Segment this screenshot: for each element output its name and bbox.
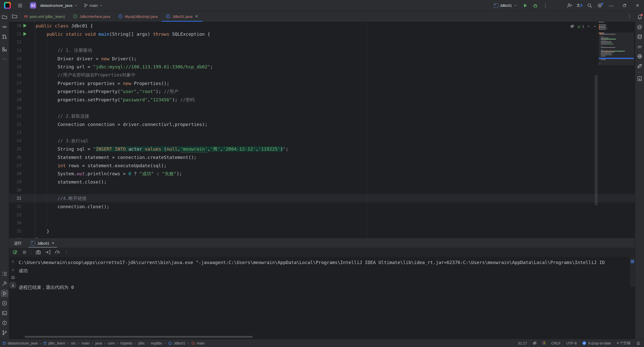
code-line-20[interactable]: 20: [9, 104, 635, 112]
profiler-button[interactable]: [55, 249, 60, 255]
scroll-to-end-button[interactable]: [10, 282, 16, 288]
close-icon[interactable]: ✕: [51, 241, 55, 245]
run-gutter-icon[interactable]: [21, 22, 35, 30]
highlighting-eye-off-icon[interactable]: [570, 24, 574, 28]
code-line-10[interactable]: 10public class Jdbc01 {: [9, 22, 635, 30]
window-minimize-button[interactable]: —: [605, 0, 618, 11]
highlighting-level-icon[interactable]: [533, 341, 537, 345]
translate-button[interactable]: 文A: [575, 1, 585, 10]
caret-position[interactable]: 31:17: [518, 341, 527, 345]
database-tool-button[interactable]: [636, 33, 643, 40]
tab-options-button[interactable]: ⋮: [624, 11, 635, 22]
code-line-25[interactable]: 25 String sql = "INSERT INTO actor value…: [9, 145, 635, 153]
code-editor[interactable]: 10public class Jdbc01 {11 public static …: [9, 22, 635, 238]
code-line-34[interactable]: 34: [9, 219, 635, 227]
indent-indicator[interactable]: 4 个空格: [617, 341, 631, 345]
breadcrumb-item-src[interactable]: src: [71, 341, 76, 345]
branch-selector[interactable]: main: [82, 2, 105, 9]
google-translate-icon[interactable]: G: [542, 341, 546, 346]
build-tool-button[interactable]: [1, 280, 8, 287]
code-line-16[interactable]: 16 //用户名密码放在Properties对象中: [9, 71, 635, 79]
console-output[interactable]: C:\Users\meowrain\scoop\apps\corretto17-…: [17, 257, 635, 339]
editor-vertical-scrollbar[interactable]: [595, 75, 598, 205]
code-line-11[interactable]: 11 public static void main(String[] args…: [9, 30, 635, 38]
code-with-me-button[interactable]: [565, 1, 575, 10]
git-tool-button[interactable]: [1, 329, 8, 336]
code-line-12[interactable]: 12: [9, 38, 635, 46]
thread-dump-button[interactable]: [35, 249, 41, 255]
breadcrumb-item-java[interactable]: java: [95, 341, 102, 345]
window-restore-button[interactable]: [618, 0, 631, 11]
code-line-36[interactable]: 36}: [9, 235, 635, 238]
breadcrumb-item-datastructure_java[interactable]: datastructure_java: [3, 341, 37, 345]
line-separator-indicator[interactable]: CRLF: [551, 341, 561, 345]
breadcrumb-item-myjdbc[interactable]: myjdbc: [151, 341, 162, 345]
spring-tool-button[interactable]: [636, 62, 643, 70]
minimap-viewport[interactable]: [599, 32, 634, 65]
code-line-30[interactable]: 30: [9, 186, 635, 194]
breadcrumb-item-jdbc_learn[interactable]: jdbc_learn: [43, 341, 65, 345]
window-close-button[interactable]: ✕: [631, 0, 644, 11]
project-tool-button[interactable]: [1, 13, 8, 21]
ai-assistant-button[interactable]: @: [636, 23, 643, 31]
run-tool-button[interactable]: [1, 290, 8, 297]
code-line-32[interactable]: 32 connection.close();: [9, 202, 635, 211]
console-horizontal-scrollbar[interactable]: [25, 336, 253, 338]
settings-button[interactable]: [595, 1, 605, 10]
code-line-18[interactable]: 18 properties.setProperty("user","root")…: [9, 88, 635, 96]
breadcrumb-item-jdbc[interactable]: jdbc: [138, 341, 145, 345]
problems-tool-button[interactable]: [1, 319, 8, 327]
select-in-project-button[interactable]: [9, 11, 20, 22]
console-scrollbar-thumb[interactable]: [631, 260, 634, 263]
run-configuration-selector[interactable]: Jdbc01: [492, 2, 519, 9]
editor-tab-mysqljdbcimpl-java[interactable]: CMysqlJdbcImpl.java: [114, 11, 162, 22]
breadcrumb-item-main[interactable]: main: [82, 341, 90, 345]
dictionary-tool-button[interactable]: [636, 75, 643, 82]
code-line-13[interactable]: 13 // 1. 注册驱动: [9, 46, 635, 55]
code-line-15[interactable]: 15 String url = "jdbc:mysql://100.113.19…: [9, 63, 635, 71]
soft-wrap-button[interactable]: [10, 274, 16, 280]
code-line-24[interactable]: 24 // 3.执行sql: [9, 137, 635, 145]
stop-button[interactable]: [22, 249, 27, 255]
project-selector[interactable]: datastructure_java: [38, 2, 80, 9]
code-line-27[interactable]: 27 int rows = statement.executeUpdate(sq…: [9, 161, 635, 170]
code-line-26[interactable]: 26 Statement statement = connection.crea…: [9, 153, 635, 161]
run-gutter-icon[interactable]: [21, 30, 35, 38]
more-actions-button[interactable]: ⋮: [540, 1, 550, 10]
prev-problem-chevron-icon[interactable]: [587, 24, 590, 28]
terminal-tool-button[interactable]: [1, 309, 8, 317]
attach-process-button[interactable]: [45, 249, 51, 255]
todo-tool-button[interactable]: [1, 270, 8, 278]
endpoints-tool-button[interactable]: [636, 53, 643, 60]
more-vert-icon[interactable]: ⋮: [64, 250, 69, 254]
maven-tool-button[interactable]: m: [636, 43, 643, 50]
code-line-14[interactable]: 14 Driver driver = new Driver();: [9, 55, 635, 63]
search-everywhere-button[interactable]: [585, 1, 595, 10]
vcs-status-widget[interactable]: 9 Δ/up-to-date: [582, 341, 611, 345]
run-button[interactable]: [520, 1, 530, 10]
editor-tab-pom-xml-jdbc-learn-[interactable]: mpom.xml (jdbc_learn): [20, 11, 69, 22]
code-line-19[interactable]: 19 properties.setProperty("password","12…: [9, 96, 635, 104]
code-line-33[interactable]: 33: [9, 211, 635, 219]
code-line-28[interactable]: 28 System.out.println(rows > 0 ? "成功" : …: [9, 169, 635, 178]
minimap[interactable]: [599, 22, 634, 65]
scroll-down-button[interactable]: [10, 267, 16, 273]
inspections-widget[interactable]: 1: [570, 23, 597, 29]
console-vertical-scrollbar[interactable]: [630, 257, 635, 287]
run-console-tab[interactable]: Jdbc01 ✕: [28, 239, 57, 248]
scroll-to-top-button[interactable]: [10, 259, 16, 265]
next-problem-chevron-icon[interactable]: [593, 24, 597, 28]
debug-button[interactable]: [530, 1, 540, 10]
structure-tool-button[interactable]: [1, 46, 8, 53]
vcs-tool-button[interactable]: [1, 33, 8, 40]
code-line-17[interactable]: 17 Properties properties = new Propertie…: [9, 79, 635, 88]
code-line-23[interactable]: 23: [9, 128, 635, 137]
editor-tab-jdbc01-java[interactable]: CJdbc01.java✕: [162, 11, 202, 22]
breadcrumb-item-jdbc01[interactable]: CJdbc01: [168, 341, 185, 345]
code-line-21[interactable]: 21 // 2.获取连接: [9, 112, 635, 120]
notifications-button[interactable]: [636, 13, 643, 21]
lock-icon[interactable]: [636, 341, 640, 345]
code-line-35[interactable]: 35 }: [9, 227, 635, 235]
breadcrumb-item-hspedu[interactable]: hspedu: [120, 341, 133, 345]
editor-tab-jdbcinterface-java[interactable]: IJdbcInterface.java: [69, 11, 114, 22]
